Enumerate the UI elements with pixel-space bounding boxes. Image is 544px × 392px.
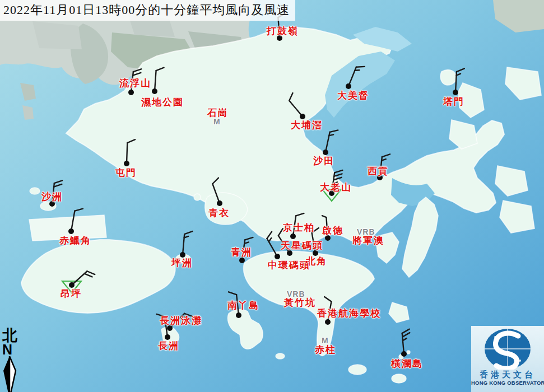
- station-label: 長洲泳灘: [160, 316, 202, 325]
- wind-barb-full: [127, 139, 135, 143]
- wind-barb-full: [54, 180, 62, 183]
- station-label: 石崗: [207, 108, 229, 118]
- hko-logo-icon: [471, 326, 544, 370]
- station-label: 沙洲: [41, 192, 63, 202]
- map-title: 2022年11月01日13時00分的十分鐘平均風向及風速: [0, 0, 295, 21]
- station-marker: [401, 329, 410, 357]
- wind-barb-full: [402, 333, 410, 337]
- station-label: 屯門: [115, 168, 137, 178]
- station-dot: [275, 254, 280, 259]
- station-dot: [323, 150, 328, 155]
- station-label: 赤柱: [315, 345, 336, 354]
- wind-barb-full: [334, 170, 342, 172]
- station-dot: [346, 83, 351, 89]
- wind-barb-staff: [127, 143, 127, 164]
- station-label: 天星碼頭: [281, 241, 323, 250]
- wind-barb-full: [296, 213, 304, 216]
- wind-barb-full: [324, 297, 331, 302]
- station-marker: [124, 139, 135, 166]
- wind-barb-full: [229, 292, 236, 295]
- station-dot: [124, 161, 129, 166]
- wind-barb-full: [356, 67, 365, 67]
- station-label: 昂坪: [61, 289, 82, 298]
- wind-barb-staff: [289, 101, 303, 116]
- wind-barb-half: [403, 338, 407, 340]
- station-marker: [68, 209, 83, 234]
- station-label: 長洲: [158, 341, 179, 351]
- north-compass: 北 N: [2, 328, 21, 392]
- station-label: 塔門: [443, 97, 464, 106]
- station-dot: [325, 235, 331, 241]
- station-status-tag: M: [213, 118, 221, 125]
- wind-barb-staff: [71, 211, 75, 231]
- station-label: 流浮山: [119, 78, 151, 88]
- station-dot: [313, 250, 318, 256]
- wind-barb-staff: [155, 71, 156, 91]
- wind-barb-staff: [212, 184, 220, 203]
- station-label: 沙田: [313, 156, 334, 166]
- station-label: 橫瀾島: [391, 359, 423, 368]
- north-letter-label: N: [2, 343, 21, 356]
- wind-barb-full: [54, 184, 62, 187]
- station-dot: [165, 334, 170, 340]
- station-marker: [212, 178, 222, 206]
- station-label: 西貢: [368, 166, 389, 176]
- station-marker: [289, 93, 305, 119]
- hko-logo-english: HONG KONG OBSERVATORY: [471, 380, 544, 386]
- station-label: 青衣: [208, 208, 230, 218]
- station-label: 坪洲: [171, 258, 193, 268]
- wind-barb-full: [289, 93, 292, 101]
- wind-barb-full: [184, 231, 192, 234]
- station-dot: [401, 351, 407, 357]
- wind-barb-full: [156, 68, 164, 71]
- station-label: 中環碼頭: [268, 260, 310, 270]
- station-dot: [167, 325, 173, 331]
- station-label: 大老山: [320, 183, 352, 192]
- hko-logo-chinese: 香港天文台: [471, 370, 544, 380]
- station-dot: [287, 250, 292, 256]
- station-marker: [152, 68, 164, 94]
- station-dot: [69, 282, 75, 288]
- wind-barb-full: [330, 130, 338, 132]
- station-dot: [180, 252, 185, 258]
- station-dot: [68, 228, 74, 234]
- wind-barb-full: [402, 329, 410, 334]
- station-dot: [290, 234, 296, 239]
- station-label: 濕地公園: [141, 97, 184, 107]
- station-dot: [453, 90, 458, 95]
- wind-barb-full: [382, 154, 390, 157]
- station-status-tag: VRB: [287, 290, 305, 298]
- wind-barb-half: [269, 238, 272, 242]
- station-label: 黃竹坑: [284, 298, 316, 307]
- station-dot: [239, 258, 245, 263]
- station-label: 赤鱲角: [59, 236, 91, 245]
- wind-barb-full: [278, 228, 283, 236]
- station-status-tag: M: [322, 337, 329, 344]
- wind-barb-full: [85, 274, 92, 277]
- wind-barb-full: [333, 178, 341, 180]
- wind-barb-half: [322, 216, 326, 217]
- north-hanzi-label: 北: [2, 328, 21, 343]
- station-dot: [217, 200, 222, 206]
- wind-barb-full: [133, 73, 141, 76]
- wind-barb-full: [212, 178, 218, 184]
- station-dot: [152, 88, 157, 94]
- wind-barb-full: [133, 69, 141, 72]
- station-label: 打鼓嶺: [267, 26, 299, 36]
- station-label: 青洲: [231, 248, 252, 257]
- station-label: 啟德: [322, 226, 343, 235]
- hko-logo: 香港天文台 HONG KONG OBSERVATORY: [471, 326, 544, 392]
- station-label: 南丫島: [227, 301, 259, 310]
- station-dot: [325, 319, 331, 325]
- wind-map-screen: 打鼓嶺流浮山濕地公園石崗M大埔滘大美督塔門沙田屯門西貢沙洲大老山青衣赤鱲角京士柏…: [0, 0, 544, 392]
- wind-barb-full: [87, 271, 95, 274]
- station-dot: [300, 114, 305, 119]
- wind-barb-full: [75, 209, 82, 211]
- station-marker: [346, 67, 365, 89]
- station-marker: [453, 68, 464, 95]
- wind-barb-layer: [0, 0, 544, 392]
- station-label: 京士柏: [283, 223, 315, 232]
- wind-barb-full: [457, 68, 464, 72]
- wind-barb-full: [245, 237, 253, 240]
- station-marker: [323, 130, 338, 155]
